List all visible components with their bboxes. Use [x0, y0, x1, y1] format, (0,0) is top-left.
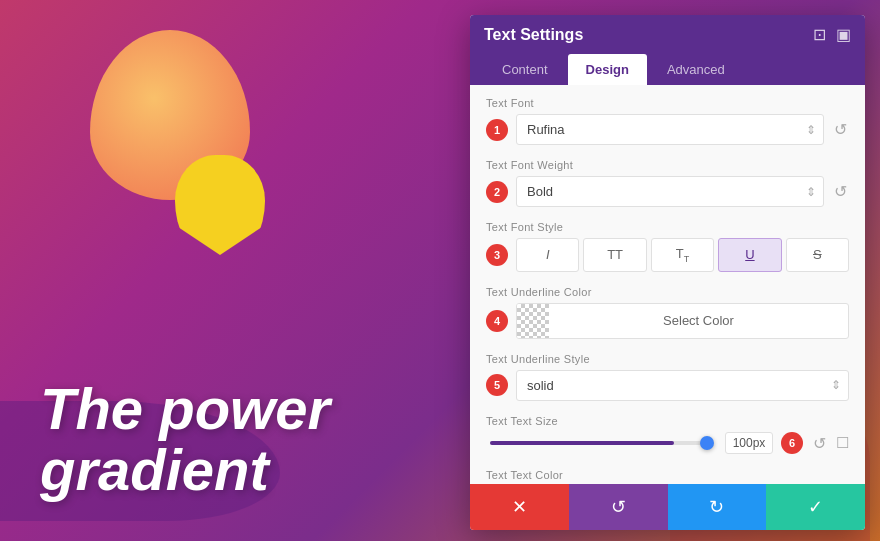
text-font-style-control: 3 I TT TT U S [486, 238, 849, 272]
panel-header: Text Settings ⊡ ▣ [470, 15, 865, 54]
text-font-select-wrap: Rufina Arial ⇕ [516, 114, 824, 145]
slider-track [490, 441, 707, 445]
style-capitalize-btn[interactable]: TT [651, 238, 714, 272]
badge-1: 1 [486, 119, 508, 141]
text-size-control: 100px 6 ↺ ☐ [486, 432, 849, 455]
badge-2: 2 [486, 181, 508, 203]
style-uppercase-btn[interactable]: TT [583, 238, 646, 272]
panel-title: Text Settings [484, 26, 583, 44]
text-font-weight-select[interactable]: Bold Normal [516, 176, 824, 207]
text-font-weight-row: Text Font Weight 2 Bold Normal ⇕ ↺ [486, 159, 849, 207]
badge-4: 4 [486, 310, 508, 332]
text-font-select[interactable]: Rufina Arial [516, 114, 824, 145]
badge-3: 3 [486, 244, 508, 266]
text-underline-color-control: 4 Select Color [486, 303, 849, 339]
text-underline-style-control: 5 solid dashed dotted ⇕ [486, 370, 849, 401]
text-color-label: Text Text Color [486, 469, 849, 481]
text-color-row: Text Text Color [486, 469, 849, 481]
underline-style-select-wrap: solid dashed dotted ⇕ [516, 370, 849, 401]
panel-header-icons: ⊡ ▣ [813, 25, 851, 44]
slider-value[interactable]: 100px [725, 432, 773, 454]
focus-icon[interactable]: ⊡ [813, 25, 826, 44]
redo-button[interactable]: ↻ [668, 484, 767, 530]
text-font-control: 1 Rufina Arial ⇕ ↺ [486, 114, 849, 145]
badge-5: 5 [486, 374, 508, 396]
panel-tabs: Content Design Advanced [470, 54, 865, 85]
text-underline-style-label: Text Underline Style [486, 353, 849, 365]
text-underline-color-label: Text Underline Color [486, 286, 849, 298]
panel-body: Text Font 1 Rufina Arial ⇕ ↺ Text Font W… [470, 85, 865, 484]
tab-design[interactable]: Design [568, 54, 647, 85]
underline-style-select[interactable]: solid dashed dotted [516, 370, 849, 401]
style-italic-btn[interactable]: I [516, 238, 579, 272]
confirm-button[interactable]: ✓ [766, 484, 865, 530]
style-buttons: I TT TT U S [516, 238, 849, 272]
text-font-weight-reset-icon[interactable]: ↺ [832, 180, 849, 203]
slider-wrap [486, 441, 711, 445]
text-font-style-row: Text Font Style 3 I TT TT U S [486, 221, 849, 272]
text-font-row: Text Font 1 Rufina Arial ⇕ ↺ [486, 97, 849, 145]
text-font-style-label: Text Font Style [486, 221, 849, 233]
text-size-reset-icon[interactable]: ↺ [811, 432, 828, 455]
text-font-weight-control: 2 Bold Normal ⇕ ↺ [486, 176, 849, 207]
text-underline-style-row: Text Underline Style 5 solid dashed dott… [486, 353, 849, 401]
text-font-label: Text Font [486, 97, 849, 109]
text-font-weight-select-wrap: Bold Normal ⇕ [516, 176, 824, 207]
text-size-label: Text Text Size [486, 415, 849, 427]
text-font-weight-label: Text Font Weight [486, 159, 849, 171]
hero-text: The power gradient [40, 379, 330, 501]
cancel-button[interactable]: ✕ [470, 484, 569, 530]
text-settings-panel: Text Settings ⊡ ▣ Content Design Advance… [470, 15, 865, 530]
tab-content[interactable]: Content [484, 54, 566, 85]
undo-button[interactable]: ↺ [569, 484, 668, 530]
panel-footer: ✕ ↺ ↻ ✓ [470, 484, 865, 530]
color-checker-pattern [517, 304, 549, 338]
expand-icon[interactable]: ▣ [836, 25, 851, 44]
mobile-device-icon[interactable]: ☐ [836, 434, 849, 452]
tab-advanced[interactable]: Advanced [649, 54, 743, 85]
select-color-label: Select Color [549, 306, 848, 335]
text-size-row: Text Text Size 100px 6 ↺ ☐ [486, 415, 849, 455]
style-underline-btn[interactable]: U [718, 238, 781, 272]
badge-6: 6 [781, 432, 803, 454]
slider-fill [490, 441, 674, 445]
text-font-reset-icon[interactable]: ↺ [832, 118, 849, 141]
style-strikethrough-btn[interactable]: S [786, 238, 849, 272]
slider-thumb[interactable] [700, 436, 714, 450]
underline-color-picker[interactable]: Select Color [516, 303, 849, 339]
text-underline-color-row: Text Underline Color 4 Select Color [486, 286, 849, 339]
